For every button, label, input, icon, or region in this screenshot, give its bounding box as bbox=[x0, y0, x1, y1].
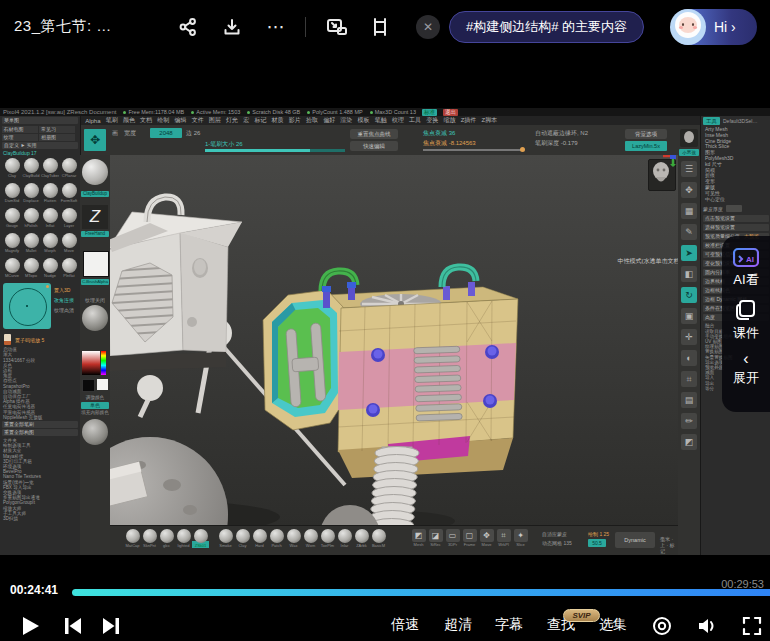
list-item: 模板 bbox=[358, 116, 370, 125]
ai-watch-label: AI看 bbox=[733, 271, 758, 289]
widget-label: 置入3D bbox=[54, 287, 70, 293]
zbrush-right-shelf: 小男孩 ☰✥▦✎➤◧↻▣✛◐⌗▤✏◩ bbox=[678, 125, 700, 555]
topic-pill[interactable]: #构建侧边结构# 的主要内容 bbox=[449, 11, 644, 43]
video-title: 23_第七节: … bbox=[14, 17, 112, 36]
screen: 23_第七节: … ⋯ ✕ #构建侧边结构# 的主要内容 bbox=[0, 0, 770, 641]
record-target-icon[interactable] bbox=[650, 614, 674, 638]
list-item: 缩放 bbox=[443, 116, 455, 125]
assistant-avatar bbox=[670, 9, 706, 45]
list-item: 文件 bbox=[192, 116, 204, 125]
list-item: ✛ bbox=[681, 329, 697, 345]
expand-button[interactable]: ‹ 展开 bbox=[733, 352, 759, 387]
color-picker bbox=[82, 351, 106, 375]
list-item: ☰ bbox=[681, 161, 697, 177]
shelf-button: 重置焦点曲线 bbox=[350, 129, 398, 139]
list-item: ✥ bbox=[681, 182, 697, 198]
close-topic-icon[interactable]: ✕ bbox=[416, 15, 440, 39]
shelf-field: 画 bbox=[112, 130, 118, 137]
zbrush-left-shelf: ClayBuildup Z FreeHand C-BrushAlpha 纹理关闭… bbox=[80, 155, 110, 555]
zbrush-bottom-shelf: MatCapSknPntglcclightedZSk01SmokeClayHar… bbox=[110, 525, 678, 555]
speed-button[interactable]: 倍速 bbox=[385, 616, 425, 634]
tool-list: Arty MeshInse MeshCine BridgeThick Slice… bbox=[701, 125, 770, 202]
status-text: 动态网格 135 bbox=[542, 540, 572, 546]
falloff-slider bbox=[423, 149, 523, 151]
list-item: Inlar bbox=[336, 528, 353, 548]
list-item: ▦ bbox=[681, 203, 697, 219]
progress-bar[interactable] bbox=[72, 589, 770, 596]
list-item: 标记 bbox=[254, 116, 266, 125]
zbrush-top-shelf: ✥ 画 宽度 2048 边 26 1-笔刷大小 26 焦点衰减 36 焦点衰减 … bbox=[80, 125, 770, 156]
status-text: 自适应蒙皮 bbox=[542, 531, 567, 537]
next-button[interactable] bbox=[99, 614, 123, 638]
list-item: MCurve bbox=[3, 257, 21, 281]
fullscreen-icon[interactable] bbox=[740, 614, 764, 638]
fill-label: 填充内部颜色 bbox=[80, 410, 110, 415]
list-item: ◩ bbox=[681, 434, 697, 450]
brush-size-slider-label: 1-笔刷大小 26 bbox=[205, 141, 243, 148]
close-glyph: ✕ bbox=[423, 20, 433, 34]
video-3d-scene bbox=[110, 155, 678, 525]
list-item: Z脚本 bbox=[482, 116, 498, 125]
more-dots: ⋯ bbox=[267, 16, 286, 38]
list-item: 材质 bbox=[272, 116, 284, 125]
shelf-field: 焦点衰减 36 bbox=[423, 130, 455, 137]
list-item: Flatten bbox=[41, 182, 59, 206]
dynamic-input: Dynamic bbox=[615, 532, 655, 548]
pose-icon: Frame bbox=[461, 529, 478, 547]
toolbar-divider bbox=[305, 17, 306, 37]
volume-icon[interactable] bbox=[696, 614, 720, 638]
side-tools-panel: AI AI看 课件 ‹ 展开 bbox=[722, 236, 770, 412]
list-item: Smoke bbox=[217, 528, 234, 548]
axis-gizmo bbox=[662, 155, 678, 167]
widget-label: 纹理高清 bbox=[54, 307, 74, 313]
shelf-button: 背景选项 bbox=[625, 129, 667, 139]
clip-trim-icon[interactable] bbox=[368, 15, 392, 39]
list-item: NippleMesh 完整版 bbox=[3, 415, 80, 420]
pose-icon: Slice bbox=[512, 529, 529, 547]
pencil-row-label: 置子码缩放 5 bbox=[15, 337, 44, 343]
picture-in-picture-icon[interactable] bbox=[325, 15, 349, 39]
list-item: Morph bbox=[41, 232, 59, 256]
zbrush-left-tray: 菜单图 石材电图常见习纹理相册图 自定义 ► 实用 ClayBuildup 17… bbox=[0, 116, 81, 555]
list-item: lighted bbox=[175, 528, 192, 548]
courseware-button[interactable]: 课件 bbox=[733, 299, 759, 342]
share-icon[interactable] bbox=[176, 15, 200, 39]
list-item: Worn bbox=[302, 528, 319, 548]
quality-button[interactable]: 超清 bbox=[438, 616, 478, 634]
chevron-left-icon: ‹ bbox=[743, 352, 748, 366]
download-icon[interactable] bbox=[220, 15, 244, 39]
list-item: Scratch Disk 48 GB bbox=[247, 109, 300, 115]
list-item: ◐ bbox=[681, 350, 697, 366]
list-item: ClayTubes bbox=[41, 157, 59, 181]
texture-off-label: 纹理关闭 bbox=[80, 297, 110, 303]
alpha-thumbnail bbox=[83, 251, 109, 277]
list-item: ZSk01 bbox=[192, 528, 209, 548]
pose-icon-row: MeshSiRec3DPrFrameMoveWrkPlSlice bbox=[410, 529, 529, 547]
play-button[interactable] bbox=[18, 614, 42, 638]
list-item: Displace bbox=[22, 182, 40, 206]
ai-assistant-button[interactable]: Hi › bbox=[671, 9, 757, 45]
list-item: ✏ bbox=[681, 413, 697, 429]
previous-button[interactable] bbox=[61, 614, 85, 638]
texture-sphere-thumbnail bbox=[82, 419, 108, 445]
list-item: Active Mem: 1503 bbox=[191, 109, 240, 115]
list-item: Layer bbox=[60, 207, 78, 231]
video-frame[interactable]: Pixol4 2021.1.2 [sw:au] ZResch Document … bbox=[0, 108, 770, 555]
list-item: 常见习 bbox=[39, 126, 75, 133]
plugin-list: 启动值渐大1334/1667 分段反色边框角度存些点SnapshotPro自动减… bbox=[0, 346, 80, 420]
courseware-icon bbox=[735, 299, 757, 321]
list-item: ✎ bbox=[681, 224, 697, 240]
list-item: Clay bbox=[234, 528, 251, 548]
subtitle-button[interactable]: 字幕 bbox=[489, 616, 529, 634]
list-item: 纹理 bbox=[392, 116, 404, 125]
episodes-button[interactable]: 选集 bbox=[593, 616, 633, 634]
list-item: Inflat bbox=[41, 207, 59, 231]
current-tool-name: Default3DSel… bbox=[723, 118, 757, 124]
list-item: 笔触 bbox=[375, 116, 387, 125]
pose-icon: WrkPl bbox=[495, 529, 512, 547]
more-icon[interactable]: ⋯ bbox=[264, 15, 288, 39]
list-item: MTopo bbox=[22, 257, 40, 281]
ai-watch-button[interactable]: AI AI看 bbox=[733, 246, 759, 289]
zbrush-title-stats: Free Mem:1178.04 MBActive Mem: 1503Scrat… bbox=[116, 109, 416, 115]
list-item: SknPnt bbox=[141, 528, 158, 548]
